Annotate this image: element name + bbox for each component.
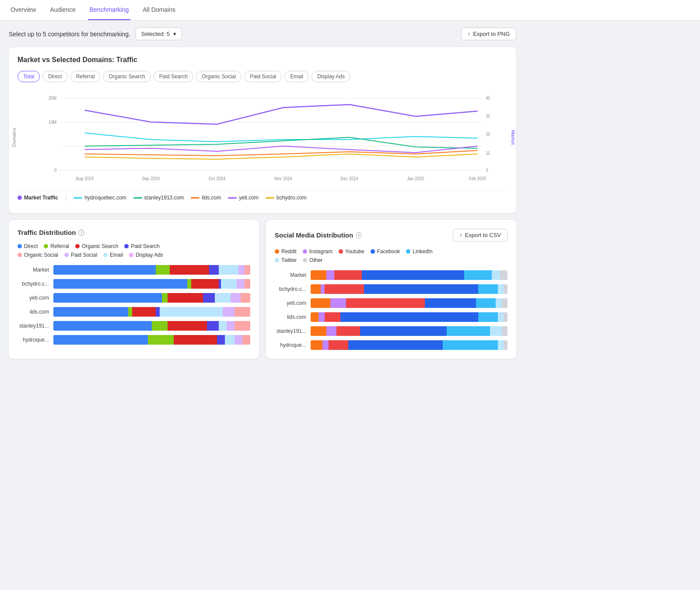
bar-container bbox=[311, 326, 508, 336]
bar-row: bchydro.c... bbox=[18, 279, 250, 289]
bar-row: stanley191... bbox=[18, 321, 250, 331]
bar-segment bbox=[340, 312, 478, 322]
tab-total[interactable]: Total bbox=[18, 71, 40, 82]
export-png-label: Export to PNG bbox=[473, 31, 510, 37]
bar-segment bbox=[234, 307, 250, 317]
nav-item-alldomains[interactable]: All Domains bbox=[141, 0, 177, 20]
bar-segment bbox=[478, 312, 498, 322]
tab-direct[interactable]: Direct bbox=[42, 71, 67, 82]
tab-referral[interactable]: Referral bbox=[70, 71, 101, 82]
bar-segment bbox=[336, 326, 360, 336]
tab-email[interactable]: Email bbox=[284, 71, 309, 82]
bar-segment bbox=[234, 335, 242, 345]
bar-segment bbox=[447, 326, 490, 336]
social-dist-card: Social Media Distribution i ↑ Export to … bbox=[266, 220, 516, 359]
tab-paid-search[interactable]: Paid Search bbox=[154, 71, 193, 82]
bar-segment bbox=[160, 307, 223, 317]
chart-svg: 20M 10M 0 40M 30M 20M 10M 0 Aug 2024 Sep… bbox=[35, 89, 490, 185]
traffic-dist-title: Traffic Distribution bbox=[18, 229, 76, 236]
legend-row-1: Organic SocialPaid SocialEmailDisplay Ad… bbox=[18, 252, 250, 258]
bar-segment bbox=[245, 279, 251, 289]
legend-item: Instagram bbox=[303, 248, 332, 255]
bar-segment bbox=[156, 265, 170, 275]
bar-container bbox=[53, 265, 250, 275]
bar-segment bbox=[498, 284, 504, 294]
bar-segment bbox=[326, 270, 334, 280]
bar-container bbox=[311, 340, 508, 350]
bar-label: hydroque... bbox=[275, 342, 306, 348]
export-png-button[interactable]: ↑ Export to PNG bbox=[461, 28, 516, 40]
bar-segment bbox=[329, 340, 348, 350]
bar-segment bbox=[148, 335, 174, 345]
bar-segment bbox=[53, 335, 148, 345]
bar-segment bbox=[223, 307, 234, 317]
legend-item: Other bbox=[303, 257, 322, 263]
export-csv-button[interactable]: ↑ Export to CSV bbox=[453, 229, 508, 241]
svg-text:0: 0 bbox=[486, 168, 489, 173]
bar-container bbox=[53, 307, 250, 317]
legend-row-1: TwitterOther bbox=[275, 257, 508, 263]
nav-item-overview[interactable]: Overview bbox=[9, 0, 38, 20]
bar-segment bbox=[464, 270, 492, 280]
legend-separator: | bbox=[65, 195, 66, 201]
bar-segment bbox=[209, 265, 219, 275]
tab-organic-search[interactable]: Organic Search bbox=[103, 71, 150, 82]
tab-paid-social[interactable]: Paid Social bbox=[244, 71, 282, 82]
bar-segment bbox=[156, 307, 160, 317]
svg-text:20M: 20M bbox=[486, 132, 490, 137]
bar-row: hydroque... bbox=[275, 340, 508, 350]
bar-segment bbox=[346, 298, 425, 308]
social-dist-bars: Marketbchydro.c...yeti.comlids.comstanle… bbox=[275, 270, 508, 350]
chart-area: 20M 10M 0 40M 30M 20M 10M 0 Aug 2024 Sep… bbox=[35, 89, 490, 185]
bar-segment bbox=[53, 279, 187, 289]
tab-organic-social[interactable]: Organic Social bbox=[196, 71, 242, 82]
nav-item-audience[interactable]: Audience bbox=[48, 0, 77, 20]
bar-segment bbox=[168, 293, 203, 303]
tab-display-ads[interactable]: Display Ads bbox=[312, 71, 350, 82]
legend-item: Direct bbox=[18, 243, 38, 249]
social-dist-info-icon[interactable]: i bbox=[356, 232, 362, 238]
bar-label: yeti.com bbox=[18, 295, 49, 301]
bar-segment bbox=[53, 307, 128, 317]
traffic-dist-info-icon[interactable]: i bbox=[78, 230, 84, 236]
legend-item: Referral bbox=[44, 243, 69, 249]
bar-row: stanley191... bbox=[275, 326, 508, 336]
bar-segment bbox=[502, 298, 508, 308]
bar-segment bbox=[245, 265, 251, 275]
legend-item-1: hydroquebec.com bbox=[74, 195, 126, 201]
bar-segment bbox=[207, 321, 219, 331]
upload-icon-csv: ↑ bbox=[459, 232, 462, 238]
bar-segment bbox=[219, 321, 227, 331]
bar-segment bbox=[326, 326, 336, 336]
bar-segment bbox=[443, 340, 498, 350]
nav-bar: Overview Audience Benchmarking All Domai… bbox=[0, 0, 700, 21]
dropdown-label: Selected: 5 bbox=[141, 31, 170, 37]
bar-segment bbox=[237, 279, 245, 289]
bar-segment bbox=[225, 335, 235, 345]
y-axis-right-label: Market bbox=[511, 130, 516, 145]
bar-container bbox=[53, 293, 250, 303]
legend-item: Paid Social bbox=[64, 252, 97, 258]
bar-container bbox=[311, 284, 508, 294]
bar-segment bbox=[231, 293, 241, 303]
bar-segment bbox=[496, 298, 502, 308]
bar-segment bbox=[325, 312, 340, 322]
export-csv-label: Export to CSV bbox=[465, 232, 501, 238]
bar-segment bbox=[219, 265, 238, 275]
top-bar: Select up to 5 competitors for benchmark… bbox=[9, 28, 516, 40]
svg-text:0: 0 bbox=[54, 168, 57, 173]
bar-segment bbox=[238, 265, 245, 275]
bar-label: lids.com bbox=[18, 309, 49, 315]
social-dist-legend: RedditInstagramYoutubeFacebookLinkedInTw… bbox=[275, 248, 508, 263]
competitor-dropdown[interactable]: Selected: 5 ▾ bbox=[136, 28, 182, 40]
bar-label: Market bbox=[18, 267, 49, 273]
bar-segment bbox=[53, 293, 162, 303]
bar-segment bbox=[490, 326, 502, 336]
svg-text:20M: 20M bbox=[49, 96, 56, 101]
legend-item-2: stanley1913.com bbox=[133, 195, 184, 201]
nav-item-benchmarking[interactable]: Benchmarking bbox=[88, 0, 131, 20]
legend-item-4: yeti.com bbox=[228, 195, 259, 201]
social-dist-title: Social Media Distribution bbox=[275, 231, 353, 239]
bar-segment bbox=[498, 340, 504, 350]
bar-label: bchydro.c... bbox=[18, 281, 49, 287]
